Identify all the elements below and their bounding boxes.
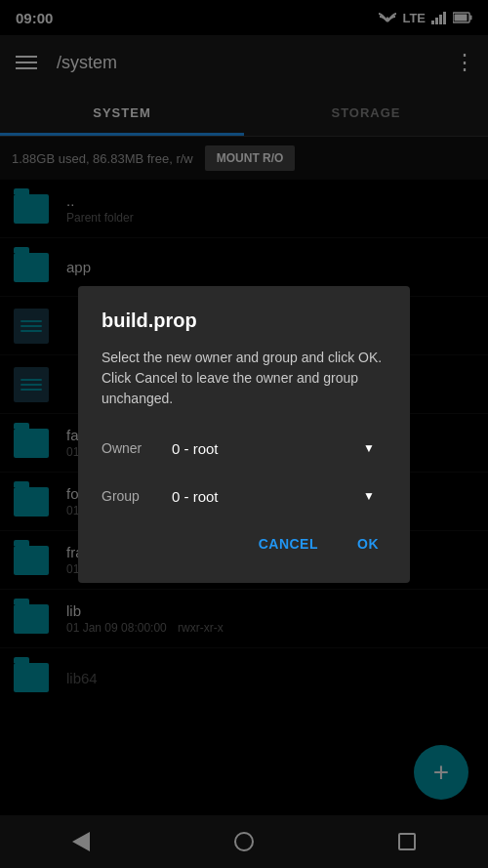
ok-button[interactable]: OK (349, 528, 386, 559)
dialog: build.prop Select the new owner and grou… (78, 286, 410, 583)
owner-field: Owner 0 - root ▼ (102, 433, 386, 465)
owner-dropdown[interactable]: 0 - root ▼ (160, 433, 386, 465)
chevron-down-icon: ▼ (363, 441, 375, 455)
group-dropdown[interactable]: 0 - root ▼ (160, 480, 386, 513)
dialog-message: Select the new owner and group and click… (102, 348, 386, 409)
chevron-down-icon: ▼ (363, 489, 375, 503)
dialog-overlay: build.prop Select the new owner and grou… (0, 0, 488, 868)
owner-label: Owner (102, 440, 160, 456)
group-field: Group 0 - root ▼ (102, 480, 386, 513)
owner-value: 0 - root (172, 440, 219, 457)
group-value: 0 - root (172, 488, 219, 505)
group-label: Group (102, 488, 160, 504)
cancel-button[interactable]: CANCEL (251, 528, 326, 559)
dialog-actions: CANCEL OK (102, 528, 386, 559)
dialog-title: build.prop (102, 310, 386, 332)
